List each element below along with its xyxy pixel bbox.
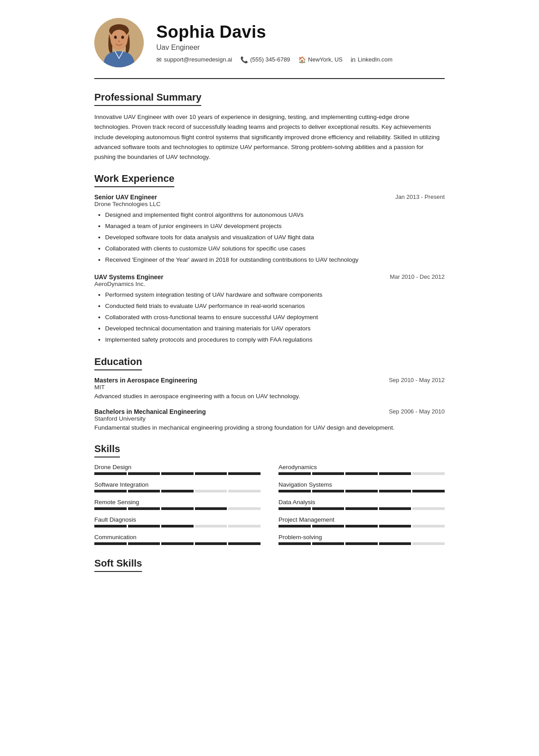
skill-bar bbox=[94, 542, 261, 545]
job-title: Senior UAV Engineer bbox=[94, 193, 157, 201]
skill-bar bbox=[94, 490, 261, 492]
avatar bbox=[94, 18, 144, 67]
summary-text: Innovative UAV Engineer with over 10 yea… bbox=[94, 112, 445, 162]
skill-item: Aerodynamics bbox=[278, 464, 445, 475]
candidate-title: Uav Engineer bbox=[156, 44, 393, 52]
skill-bar bbox=[278, 490, 445, 492]
skill-item: Project Management bbox=[278, 516, 445, 527]
skill-name: Software Integration bbox=[94, 481, 261, 488]
skill-bar bbox=[278, 507, 445, 510]
skill-bar-segment bbox=[278, 542, 311, 545]
job-header: Senior UAV Engineer Jan 2013 - Present bbox=[94, 193, 445, 201]
edu-item: Bachelors in Mechanical Engineering Sep … bbox=[94, 408, 445, 432]
skill-bar-segment bbox=[278, 507, 311, 510]
skill-bar-segment bbox=[345, 507, 378, 510]
skill-bar-segment bbox=[94, 542, 127, 545]
skill-bar-segment bbox=[94, 472, 127, 475]
linkedin-icon: in bbox=[351, 56, 356, 63]
summary-section: Professional Summary Innovative UAV Engi… bbox=[94, 92, 445, 162]
bullet-item: Developed software tools for data analys… bbox=[105, 233, 445, 243]
job-item: Senior UAV Engineer Jan 2013 - Present D… bbox=[94, 193, 445, 265]
bullet-item: Performed system integration testing of … bbox=[105, 290, 445, 300]
skill-name: Data Analysis bbox=[278, 499, 445, 505]
job-company: AeroDynamics Inc. bbox=[94, 281, 445, 287]
skill-bar-segment bbox=[195, 490, 227, 492]
skill-bar-segment bbox=[312, 507, 345, 510]
skill-bar-segment bbox=[128, 472, 160, 475]
skill-bar-segment bbox=[312, 542, 345, 545]
contact-location: 🏠 NewYork, US bbox=[298, 56, 343, 63]
job-item: UAV Systems Engineer Mar 2010 - Dec 2012… bbox=[94, 273, 445, 345]
skill-item: Fault Diagnosis bbox=[94, 516, 261, 527]
skill-bar-segment bbox=[128, 490, 160, 492]
skill-bar-segment bbox=[228, 525, 261, 527]
softskills-section: Soft Skills bbox=[94, 558, 445, 578]
job-bullets: Designed and implemented flight control … bbox=[94, 210, 445, 265]
skill-bar-segment bbox=[128, 542, 160, 545]
edu-header: Bachelors in Mechanical Engineering Sep … bbox=[94, 408, 445, 415]
education-heading: Education bbox=[94, 356, 142, 370]
location-icon: 🏠 bbox=[298, 56, 306, 63]
skill-item: Communication bbox=[94, 534, 261, 545]
svg-point-6 bbox=[118, 40, 120, 43]
skill-bar-segment bbox=[379, 490, 411, 492]
skill-item: Software Integration bbox=[94, 481, 261, 492]
skill-bar-segment bbox=[195, 542, 227, 545]
edu-degree: Bachelors in Mechanical Engineering bbox=[94, 408, 206, 415]
skill-bar-segment bbox=[412, 490, 445, 492]
skills-section: Skills Drone DesignAerodynamicsSoftware … bbox=[94, 443, 445, 547]
skill-bar-segment bbox=[228, 542, 261, 545]
skill-name: Communication bbox=[94, 534, 261, 541]
bullet-item: Conducted field trials to evaluate UAV p… bbox=[105, 301, 445, 312]
skill-bar bbox=[94, 525, 261, 527]
skills-grid: Drone DesignAerodynamicsSoftware Integra… bbox=[94, 464, 445, 547]
skill-bar bbox=[94, 472, 261, 475]
resume-header: Sophia Davis Uav Engineer ✉ support@resu… bbox=[94, 18, 445, 79]
education-section: Education Masters in Aerospace Engineeri… bbox=[94, 356, 445, 433]
skill-bar-segment bbox=[278, 490, 311, 492]
edu-date: Sep 2010 - May 2012 bbox=[389, 377, 445, 383]
job-title: UAV Systems Engineer bbox=[94, 273, 163, 281]
skill-bar-segment bbox=[345, 490, 378, 492]
edu-item: Masters in Aerospace Engineering Sep 201… bbox=[94, 377, 445, 401]
skill-bar-segment bbox=[195, 507, 227, 510]
work-heading: Work Experience bbox=[94, 173, 174, 187]
skill-bar-segment bbox=[412, 525, 445, 527]
skill-bar-segment bbox=[228, 507, 261, 510]
skill-bar-segment bbox=[345, 525, 378, 527]
skill-bar-segment bbox=[345, 542, 378, 545]
contact-email: ✉ support@resumedesign.ai bbox=[156, 56, 232, 63]
skill-bar-segment bbox=[379, 472, 411, 475]
skill-bar-segment bbox=[195, 472, 227, 475]
edu-desc: Advanced studies in aerospace engineerin… bbox=[94, 392, 445, 401]
skill-bar-segment bbox=[312, 472, 345, 475]
contact-linkedin: in LinkedIn.com bbox=[351, 56, 393, 63]
skill-name: Drone Design bbox=[94, 464, 261, 470]
skills-heading: Skills bbox=[94, 443, 120, 457]
skill-name: Project Management bbox=[278, 516, 445, 523]
skill-bar-segment bbox=[312, 525, 345, 527]
job-company: Drone Technologies LLC bbox=[94, 201, 445, 207]
skill-item: Drone Design bbox=[94, 464, 261, 475]
bullet-item: Collaborated with clients to customize U… bbox=[105, 244, 445, 254]
bullet-item: Collaborated with cross-functional teams… bbox=[105, 312, 445, 323]
contact-row: ✉ support@resumedesign.ai 📞 (555) 345-67… bbox=[156, 56, 393, 63]
skill-name: Problem-solving bbox=[278, 534, 445, 541]
skill-bar-segment bbox=[161, 542, 194, 545]
skill-bar-segment bbox=[278, 472, 311, 475]
skill-bar-segment bbox=[278, 525, 311, 527]
softskills-heading: Soft Skills bbox=[94, 558, 142, 572]
skill-bar-segment bbox=[312, 490, 345, 492]
bullet-item: Implemented safety protocols and procedu… bbox=[105, 335, 445, 345]
skill-bar-segment bbox=[228, 472, 261, 475]
skill-name: Aerodynamics bbox=[278, 464, 445, 470]
skill-bar-segment bbox=[228, 490, 261, 492]
edu-school: MIT bbox=[94, 384, 445, 391]
skill-bar-segment bbox=[379, 507, 411, 510]
skill-bar-segment bbox=[161, 525, 194, 527]
svg-point-4 bbox=[114, 36, 117, 39]
skill-name: Remote Sensing bbox=[94, 499, 261, 505]
skill-bar bbox=[278, 542, 445, 545]
job-bullets: Performed system integration testing of … bbox=[94, 290, 445, 345]
edu-desc: Fundamental studies in mechanical engine… bbox=[94, 423, 445, 432]
